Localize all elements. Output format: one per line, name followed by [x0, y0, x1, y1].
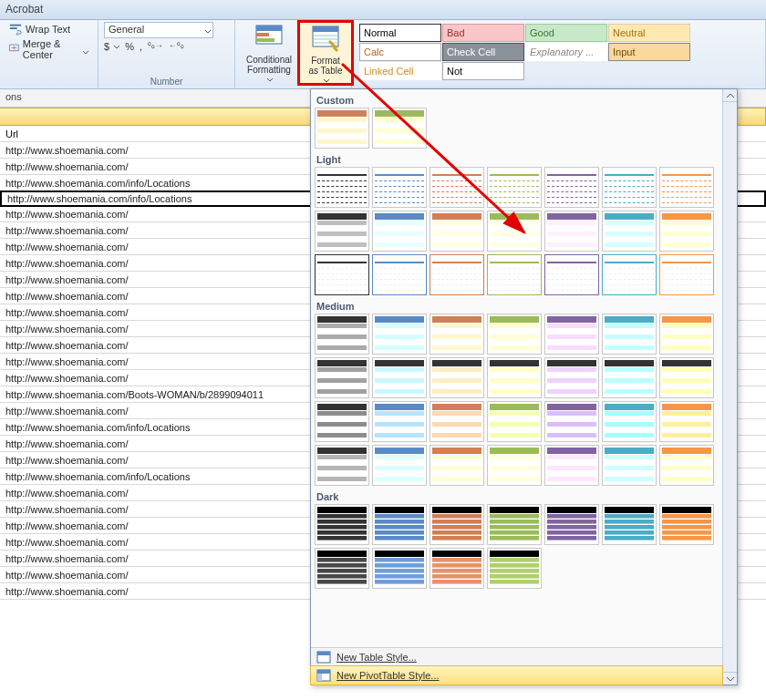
chevron-down-icon — [267, 75, 273, 80]
table-style-swatch[interactable] — [659, 211, 714, 252]
table-style-swatch[interactable] — [487, 254, 542, 295]
table-style-swatch[interactable] — [487, 401, 542, 442]
table-style-swatch[interactable] — [659, 314, 714, 355]
title-bar: Acrobat — [0, 0, 766, 20]
table-style-swatch[interactable] — [315, 211, 369, 252]
decrease-decimal-button[interactable]: ←⁰₀ — [169, 41, 184, 52]
cond-fmt-group: Conditional Formatting — [235, 20, 297, 88]
format-as-table-button[interactable]: Format as Table — [297, 20, 354, 86]
number-format-combo[interactable]: General — [104, 22, 213, 38]
table-style-swatch[interactable] — [315, 357, 369, 398]
table-style-swatch[interactable] — [430, 504, 484, 545]
cell-style-not[interactable]: Not — [442, 62, 524, 80]
table-style-swatch[interactable] — [544, 504, 599, 545]
fmt-table-label: Format as Table — [308, 56, 342, 76]
table-style-swatch[interactable] — [372, 445, 427, 486]
table-style-swatch[interactable] — [372, 504, 427, 545]
table-style-swatch[interactable] — [430, 548, 484, 589]
cell-style-good[interactable]: Good — [525, 24, 607, 42]
table-style-swatch[interactable] — [430, 445, 484, 486]
table-style-swatch[interactable] — [602, 504, 657, 545]
table-style-swatch[interactable] — [430, 401, 484, 442]
table-style-swatch[interactable] — [315, 167, 369, 208]
table-style-swatch[interactable] — [372, 108, 427, 149]
table-style-swatch[interactable] — [430, 167, 484, 208]
table-style-swatch[interactable] — [487, 314, 542, 355]
merge-label: Merge & Center — [23, 38, 78, 60]
table-style-swatch[interactable] — [544, 254, 599, 295]
table-style-swatch[interactable] — [602, 254, 657, 295]
table-style-swatch[interactable] — [487, 357, 542, 398]
table-style-swatch[interactable] — [315, 108, 369, 149]
gallery-scrollbar[interactable] — [722, 89, 737, 685]
table-style-swatch[interactable] — [544, 211, 599, 252]
table-style-swatch[interactable] — [659, 504, 714, 545]
cell-style-neutral[interactable]: Neutral — [608, 24, 690, 42]
conditional-formatting-button[interactable]: Conditional Formatting — [241, 22, 297, 82]
cell-style-input[interactable]: Input — [608, 43, 690, 61]
table-style-swatch[interactable] — [372, 211, 427, 252]
merge-center-button[interactable]: Merge & Center — [5, 37, 92, 61]
cond-fmt-label: Conditional Formatting — [246, 55, 292, 75]
table-style-swatch[interactable] — [602, 401, 657, 442]
table-style-swatch[interactable] — [487, 211, 542, 252]
pivot-icon — [316, 669, 331, 682]
table-style-swatch[interactable] — [372, 254, 427, 295]
table-style-swatch[interactable] — [544, 401, 599, 442]
new-pivot-style-button[interactable]: New PivotTable Style... — [310, 665, 723, 685]
table-style-swatch[interactable] — [659, 401, 714, 442]
table-style-swatch[interactable] — [372, 548, 427, 589]
table-style-swatch[interactable] — [315, 548, 369, 589]
table-style-swatch[interactable] — [602, 314, 657, 355]
table-style-swatch[interactable] — [430, 314, 484, 355]
table-style-swatch[interactable] — [602, 357, 657, 398]
scroll-up-button[interactable] — [723, 89, 737, 102]
table-style-swatch[interactable] — [487, 504, 542, 545]
cell-style-check-cell[interactable]: Check Cell — [442, 43, 524, 61]
table-style-swatch[interactable] — [487, 167, 542, 208]
cell-style-linked-cell[interactable]: Linked Cell — [359, 62, 441, 80]
table-style-swatch[interactable] — [544, 167, 599, 208]
chevron-down-icon — [205, 26, 211, 31]
table-style-swatch[interactable] — [602, 211, 657, 252]
svg-rect-4 — [256, 26, 282, 31]
table-style-swatch[interactable] — [659, 357, 714, 398]
table-style-swatch[interactable] — [372, 314, 427, 355]
table-style-swatch[interactable] — [315, 254, 369, 295]
table-style-swatch[interactable] — [544, 314, 599, 355]
scroll-down-button[interactable] — [723, 672, 737, 685]
table-style-gallery: CustomLightMediumDark New Table Style...… — [310, 88, 738, 685]
currency-button[interactable]: $ — [104, 41, 119, 52]
table-style-swatch[interactable] — [315, 314, 369, 355]
increase-decimal-button[interactable]: ⁰₀→ — [148, 41, 163, 52]
table-style-swatch[interactable] — [430, 254, 484, 295]
cell-style-bad[interactable]: Bad — [442, 24, 524, 42]
table-style-swatch[interactable] — [659, 254, 714, 295]
table-style-swatch[interactable] — [372, 357, 427, 398]
table-style-swatch[interactable] — [659, 167, 714, 208]
table-style-swatch[interactable] — [315, 401, 369, 442]
table-style-swatch[interactable] — [315, 445, 369, 486]
cell-style-normal[interactable]: Normal — [359, 24, 441, 42]
new-table-style-button[interactable]: New Table Style... — [311, 648, 722, 666]
comma-button[interactable]: , — [140, 41, 142, 52]
table-style-swatch[interactable] — [372, 401, 427, 442]
table-style-swatch[interactable] — [430, 357, 484, 398]
table-style-swatch[interactable] — [544, 445, 599, 486]
table-style-swatch[interactable] — [544, 357, 599, 398]
cell-style-explanatory-[interactable]: Explanatory ... — [525, 43, 607, 61]
table-style-swatch[interactable] — [487, 548, 542, 589]
table-style-swatch[interactable] — [372, 167, 427, 208]
table-style-swatch[interactable] — [315, 504, 369, 545]
gallery-footer: New Table Style... New PivotTable Style.… — [311, 647, 722, 685]
table-style-swatch[interactable] — [487, 445, 542, 486]
percent-button[interactable]: % — [125, 41, 134, 52]
cell-style-calc[interactable]: Calc — [359, 43, 441, 61]
wrap-text-button[interactable]: Wrap Text — [5, 22, 92, 36]
table-style-swatch[interactable] — [602, 445, 657, 486]
table-style-swatch[interactable] — [602, 167, 657, 208]
gallery-section-title: Light — [315, 152, 719, 167]
gallery-section-title: Custom — [315, 93, 719, 108]
table-style-swatch[interactable] — [659, 445, 714, 486]
table-style-swatch[interactable] — [430, 211, 484, 252]
